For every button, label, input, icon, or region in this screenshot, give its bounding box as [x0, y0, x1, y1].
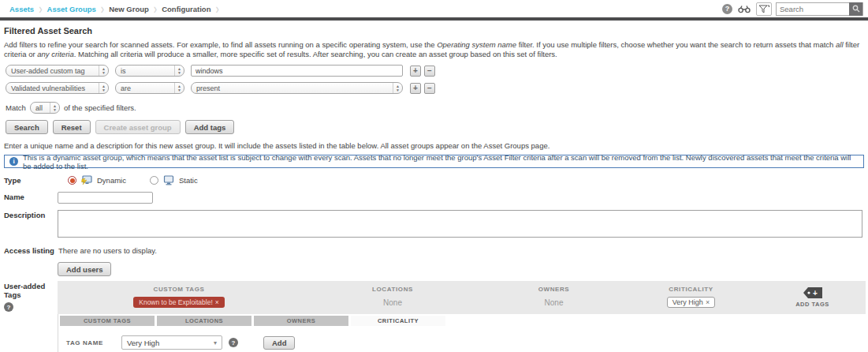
info-icon: i [9, 157, 18, 166]
add-tag-icon[interactable]: + [803, 286, 823, 299]
help-icon[interactable]: ? [722, 4, 732, 14]
add-filter-button[interactable]: + [410, 66, 421, 77]
breadcrumb-configuration[interactable]: Configuration [158, 5, 214, 13]
description-row: Description [4, 210, 864, 239]
reset-button[interactable]: Reset [53, 120, 91, 134]
breadcrumb-assets[interactable]: Assets [6, 5, 37, 13]
search-box [776, 2, 863, 16]
remove-tag-icon[interactable]: × [215, 298, 219, 306]
description-textarea[interactable] [58, 210, 862, 238]
name-input[interactable] [58, 192, 153, 204]
add-tags-label: ADD TAGS [795, 301, 829, 308]
search-button[interactable] [849, 2, 862, 16]
match-row: Match all ▲▼ of the specified filters. [6, 102, 864, 114]
criticality-chip-label: Very High [672, 298, 703, 306]
locations-value: None [383, 298, 402, 307]
name-label: Name [4, 192, 58, 204]
remove-criticality-icon[interactable]: × [706, 298, 710, 306]
owners-column: OWNERS None [485, 286, 623, 308]
locations-header: LOCATIONS [372, 286, 413, 293]
chevron-down-icon: ▾ [214, 339, 217, 346]
filter-help-text-part: filter. If you use multiple filters, cho… [516, 40, 836, 49]
owners-header: OWNERS [538, 286, 570, 293]
search-icon [852, 5, 860, 13]
add-filter-button[interactable]: + [410, 83, 421, 94]
locations-column: LOCATIONS None [300, 286, 485, 308]
filter-row-controls: + − [410, 83, 435, 94]
filter-value-text: present [192, 83, 225, 93]
chevron-separator-icon: › [39, 3, 42, 14]
add-tags-column: + ADD TAGS [759, 286, 866, 308]
dynamic-radio[interactable] [68, 176, 76, 185]
breadcrumb: Assets › Asset Groups › New Group › Conf… [6, 5, 219, 13]
breadcrumb-new-group[interactable]: New Group [106, 5, 152, 13]
filter-value-select[interactable]: present ▲▼ [191, 82, 403, 94]
filter-field-value: Validated vulnerabilities [6, 83, 90, 93]
custom-tag-chip[interactable]: Known to be Exploitable!× [133, 297, 225, 308]
add-criticality-button[interactable]: Add [263, 336, 295, 350]
tag-name-label: TAG NAME [66, 339, 115, 346]
type-label: Type [4, 175, 58, 185]
tag-name-select[interactable]: Very High ▾ [121, 335, 222, 350]
access-listing-row: Access listing There are no users to dis… [4, 245, 864, 276]
static-radio[interactable] [150, 176, 158, 185]
custom-tag-chip-label: Known to be Exploitable! [139, 298, 213, 306]
tag-editor-panel: CUSTOM TAGS LOCATIONS OWNERS CRITICALITY… [58, 314, 866, 352]
match-select[interactable]: all ▲▼ [30, 102, 60, 114]
add-users-button[interactable]: Add users [58, 262, 111, 276]
user-added-tags-row: User-added Tags ? CUSTOM TAGS Known to b… [4, 281, 864, 352]
remove-filter-button[interactable]: − [424, 83, 435, 94]
filter-operator-select[interactable]: are ▲▼ [115, 82, 184, 94]
filter-operator-value: are [116, 83, 136, 93]
top-bar: Assets › Asset Groups › New Group › Conf… [0, 0, 868, 17]
search-input[interactable] [777, 3, 849, 15]
filter-row-controls: + − [410, 66, 435, 77]
tag-name-row: TAG NAME Very High ▾ ? Add [60, 326, 866, 352]
criticality-help-icon[interactable]: ? [229, 338, 238, 347]
spinner-arrows-icon: ▲▼ [174, 66, 184, 76]
criticality-chip[interactable]: Very High× [667, 297, 715, 308]
filter-field-select[interactable]: User-added custom tag ▲▼ [6, 65, 109, 77]
page-title: Filtered Asset Search [4, 26, 864, 36]
tab-owners[interactable]: OWNERS [254, 316, 348, 326]
filter-operator-value: is [116, 66, 131, 76]
filter-help-text-part: Add filters to refine your search for sc… [4, 40, 437, 49]
match-suffix-label: of the specified filters. [64, 103, 136, 112]
type-row: Type Dynamic Static [4, 175, 864, 185]
filter-row: User-added custom tag ▲▼ is ▲▼ + − [6, 65, 864, 77]
criticality-column: CRITICALITY Very High× [623, 286, 759, 308]
dynamic-type-icon [81, 175, 92, 185]
tab-custom-tags[interactable]: CUSTOM TAGS [60, 316, 155, 326]
add-tags-button[interactable]: Add tags [185, 120, 235, 134]
tags-help-icon[interactable]: ? [4, 302, 13, 312]
tab-criticality[interactable]: CRITICALITY [351, 316, 445, 326]
breadcrumb-asset-groups[interactable]: Asset Groups [44, 5, 99, 13]
banner-text: This is a dynamic asset group, which mea… [23, 153, 859, 170]
filter-field-select[interactable]: Validated vulnerabilities ▲▼ [6, 82, 109, 94]
filter-field-value: User-added custom tag [6, 66, 90, 76]
filter-help-text-italic: Operating system name [437, 40, 516, 49]
dynamic-label: Dynamic [97, 176, 126, 185]
filter-value-input[interactable] [191, 65, 403, 77]
chevron-separator-icon: › [154, 3, 157, 14]
match-prefix-label: Match [6, 103, 26, 112]
static-label: Static [179, 176, 198, 185]
search-filters-button[interactable]: Search [6, 120, 48, 134]
filter-help-text-italic: any criteria [37, 50, 73, 58]
tab-locations[interactable]: LOCATIONS [157, 316, 251, 326]
name-row: Name [4, 192, 864, 204]
spinner-arrows-icon: ▲▼ [174, 83, 184, 93]
filter-help-text-part: . Matching all criteria will produce a s… [74, 50, 557, 58]
tag-tabs: CUSTOM TAGS LOCATIONS OWNERS CRITICALITY [60, 314, 866, 326]
filter-operator-select[interactable]: is ▲▼ [115, 65, 184, 77]
remove-filter-button[interactable]: − [424, 66, 435, 77]
criticality-header: CRITICALITY [669, 286, 713, 293]
create-asset-group-button[interactable]: Create asset group [95, 120, 181, 134]
match-value: all [31, 103, 47, 113]
access-listing-label: Access listing [4, 245, 58, 276]
custom-tags-column: CUSTOM TAGS Known to be Exploitable!× [58, 286, 300, 308]
binoculars-icon[interactable] [736, 2, 752, 16]
group-note-text: Enter a unique name and a description fo… [4, 141, 864, 150]
tag-name-value: Very High [127, 339, 159, 347]
filter-icon[interactable] [756, 2, 772, 16]
